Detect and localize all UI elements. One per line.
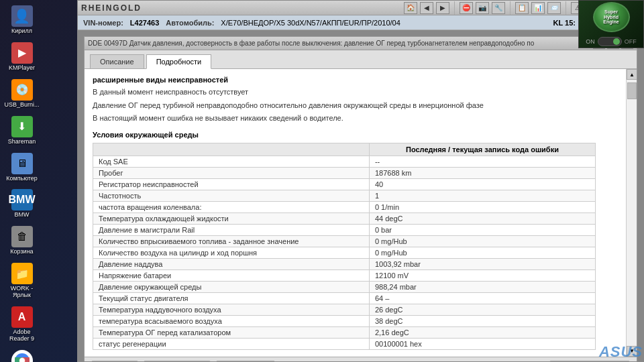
desktop-icon-label-work: WORK - Ярлык — [4, 286, 40, 299]
table-cell-value: 187688 km — [369, 167, 595, 178]
desktop-icon-label-usb-burn: USB_Burni... — [4, 102, 39, 109]
desktop: 👤 Кирилл ▶ KMPlayer 💿 USB_Burni... ⬇ Sha… — [0, 0, 644, 362]
tab-podrobnosti[interactable]: Подробности — [146, 54, 212, 69]
toolbar-stop-btn[interactable]: ⛔ — [460, 2, 473, 14]
content-line2: Давление ОГ перед турбиной неправдоподоб… — [93, 100, 609, 111]
sep3 — [566, 1, 566, 15]
table-cell-label: Пробег — [93, 167, 370, 178]
kl15-label: KL 15: — [553, 19, 576, 27]
toolbar-tool-btn[interactable]: 🔧 — [492, 2, 505, 14]
table-cell-label: Напряжение батареи — [93, 269, 370, 281]
table-row: Код SAE-- — [93, 156, 596, 167]
she-toggle-knob — [613, 38, 620, 45]
sub-title-text: DDE 00497D Датчик давления, достоверност… — [88, 40, 593, 47]
desktop-icon-kmplayer[interactable]: ▶ KMPlayer — [2, 40, 42, 74]
section1-title: расширенные виды неисправностей — [93, 76, 609, 84]
table-cell-label: Давление в магистрали Rail — [93, 224, 370, 235]
vin-value: L427463 — [130, 19, 159, 27]
table-row: Текущий статус двигателя64 – — [93, 292, 596, 304]
table-cell-value: 44 degC — [369, 213, 595, 224]
she-logo-area: SuperHybridEngine — [582, 2, 641, 32]
back-button[interactable]: Назад — [91, 361, 138, 361]
auto-label: Автомобиль: — [166, 19, 214, 27]
table-cell-label: температура всасываемого воздуха — [93, 315, 370, 326]
table-cell-value: 00100001 hex — [369, 338, 595, 349]
table-cell-value: 0 bar — [369, 224, 595, 235]
table-cell-label: Текущий статус двигателя — [93, 292, 370, 304]
desktop-icon-bmw[interactable]: BMW BMW — [2, 187, 42, 221]
desktop-icon-kirill[interactable]: 👤 Кирилл — [2, 3, 42, 37]
scrollbar-up-arrow[interactable]: ▲ — [627, 69, 637, 80]
table-cell-label: Регистратор неисправностей — [93, 178, 370, 190]
table-row: Температура охлаждающей жидкости44 degC — [93, 213, 596, 224]
update-button[interactable]: Обновить — [216, 361, 275, 361]
toolbar-chart-btn[interactable]: 📊 — [531, 2, 545, 14]
rheingold-window: RHEINGOLD 🏠 ◀ ▶ ⛔ 📷 🔧 📋 📊 📨 ⚠ ? 📰 ✕ — [77, 0, 644, 362]
table-col-value: Последняя / текущая запись кода ошибки — [369, 143, 595, 156]
table-cell-label: Количество воздуха на цилиндр и ход порш… — [93, 247, 370, 258]
table-row: Температура ОГ перед катализатором2,16 d… — [93, 326, 596, 338]
table-cell-label: Давление окружающей среды — [93, 281, 370, 292]
toolbar-mail-btn[interactable]: 📨 — [547, 2, 561, 14]
desktop-icon-korzina[interactable]: 🗑 Корзина — [2, 224, 42, 257]
table-cell-value: 38 degC — [369, 315, 595, 326]
desktop-icon-label-computer: Компьютер — [6, 176, 38, 182]
toolbar-camera-btn[interactable]: 📷 — [476, 2, 489, 14]
tab-opisanie[interactable]: Описание — [90, 54, 144, 68]
desktop-icon-computer[interactable]: 🖥 Компьютер — [2, 151, 42, 184]
table-cell-label: Код SAE — [93, 156, 370, 167]
section2-title: Условия окружающей среды — [93, 131, 609, 139]
table-row: Давление окружающей среды988,24 mbar — [93, 281, 596, 292]
toolbar-home-btn[interactable]: 🏠 — [404, 2, 417, 14]
sub-title-bar: DDE 00497D Датчик давления, достоверност… — [85, 37, 637, 50]
table-row: Напряжение батареи12100 mV — [93, 269, 596, 281]
scrollbar-thumb[interactable] — [627, 82, 637, 99]
table-cell-value: 2,16 degC — [369, 326, 595, 338]
table-row: Давление в магистрали Rail0 bar — [93, 224, 596, 235]
she-on-label: ON — [586, 38, 595, 45]
table-row: Частотность1 — [93, 190, 596, 201]
table-cell-value: 1003,92 mbar — [369, 258, 595, 269]
sep2 — [510, 1, 511, 15]
desktop-icon-shareman[interactable]: ⬇ Shareman — [2, 114, 42, 147]
desktop-icon-usb-burn[interactable]: 💿 USB_Burni... — [2, 77, 42, 111]
table-row: Пробег187688 km — [93, 167, 596, 178]
table-row: статус регенерации00100001 hex — [93, 338, 596, 349]
she-off-label: OFF — [625, 38, 637, 45]
desktop-icon-google-chrome[interactable]: Google Chrome — [2, 348, 42, 362]
close-button[interactable]: Закрывание — [549, 361, 630, 361]
scrollbar-track[interactable]: ▲ ▼ — [626, 69, 637, 357]
desktop-icons-panel: 👤 Кирилл ▶ KMPlayer 💿 USB_Burni... ⬇ Sha… — [0, 0, 44, 362]
desktop-icon-label-adobe: Adobe Reader 9 — [4, 329, 40, 343]
vin-bar: VIN-номер: L427463 Автомобиль: X/E70/ВНЕ… — [78, 15, 643, 30]
table-cell-value: -- — [369, 156, 595, 167]
vin-label: VIN-номер: — [83, 19, 123, 27]
title-bar: RHEINGOLD 🏠 ◀ ▶ ⛔ 📷 🔧 📋 📊 📨 ⚠ ? 📰 ✕ — [78, 1, 643, 15]
she-toggle-area: ON OFF — [586, 37, 637, 46]
table-cell-value: 0 mg/Hub — [369, 247, 595, 258]
auto-value: X/E70/ВНЕДОР/X5 30dX/N57/АКПП/EUR/ПР/201… — [221, 19, 400, 27]
table-cell-label: Температура охлаждающей жидкости — [93, 213, 370, 224]
toolbar-back-btn[interactable]: ◀ — [420, 2, 433, 14]
table-cell-label: Температура наддувочного воздуха — [93, 304, 370, 315]
sep1 — [454, 1, 455, 15]
table-cell-label: статус регенерации — [93, 338, 370, 349]
table-cell-value: 12100 mV — [369, 269, 595, 281]
desktop-icon-adobe[interactable]: A Adobe Reader 9 — [2, 304, 42, 345]
desktop-icon-label-shareman: Shareman — [8, 139, 36, 145]
content-line3: В настоящий момент ошибка не вызывает ни… — [93, 113, 609, 124]
she-toggle-btn[interactable] — [598, 37, 622, 46]
table-row: температура всасываемого воздуха38 degC — [93, 315, 596, 326]
desktop-icon-work[interactable]: 📁 WORK - Ярлык — [2, 261, 42, 301]
continue-button[interactable]: Продолжить — [144, 361, 211, 361]
asus-logo: ASUS — [599, 343, 643, 361]
tabs-bar: Описание Подробности — [85, 50, 637, 69]
desktop-icon-label-korzina: Корзина — [10, 249, 33, 255]
table-row: Количество впрыскиваемого топлива - зада… — [93, 235, 596, 247]
table-cell-value: 1 — [369, 190, 595, 201]
desktop-icon-label-kirill: Кирилл — [11, 28, 32, 35]
table-row: частота вращения коленвала:0 1/min — [93, 201, 596, 213]
table-cell-value: 988,24 mbar — [369, 281, 595, 292]
toolbar-forward-btn[interactable]: ▶ — [436, 2, 449, 14]
toolbar-list-btn[interactable]: 📋 — [515, 2, 529, 14]
